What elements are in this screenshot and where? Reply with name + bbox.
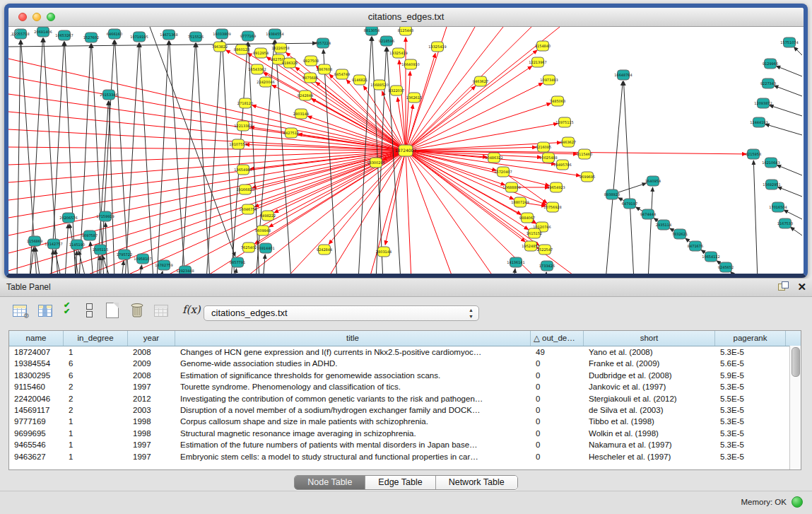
black-edge[interactable] bbox=[65, 224, 68, 274]
graph-node[interactable]: 2718120 bbox=[237, 98, 253, 108]
graph-node[interactable]: 9857791 bbox=[230, 257, 245, 267]
black-edge[interactable] bbox=[64, 42, 76, 274]
clear-selection-icon[interactable] bbox=[86, 303, 93, 319]
red-edge[interactable] bbox=[406, 151, 411, 274]
black-edge[interactable] bbox=[794, 47, 802, 55]
graph-node[interactable]: 8813054 bbox=[364, 27, 379, 35]
table-row[interactable]: 946554611997Estimation of the future num… bbox=[9, 439, 801, 450]
graph-node[interactable]: 9218596 bbox=[379, 36, 394, 46]
column-header-pagerank[interactable]: pagerank bbox=[715, 331, 786, 346]
graph-node[interactable]: 16914401 bbox=[257, 243, 274, 253]
black-edge[interactable] bbox=[44, 38, 58, 274]
black-edge[interactable] bbox=[776, 66, 802, 76]
table-row[interactable]: 1456911722003Disruption of a novel membe… bbox=[9, 404, 801, 416]
black-edge[interactable] bbox=[790, 227, 802, 235]
red-edge[interactable] bbox=[406, 151, 555, 164]
graph-node[interactable]: 5609948 bbox=[255, 226, 271, 235]
graph-node[interactable]: 10486322 bbox=[485, 153, 502, 163]
graph-node[interactable]: 1154840 bbox=[535, 41, 551, 51]
red-edge[interactable] bbox=[406, 27, 503, 151]
graph-node[interactable]: 8938923 bbox=[604, 189, 620, 199]
red-edge[interactable] bbox=[406, 50, 537, 151]
graph-node[interactable]: 9699695 bbox=[579, 172, 595, 182]
black-edge[interactable] bbox=[170, 41, 185, 274]
graph-node[interactable]: 16033809 bbox=[213, 29, 230, 39]
black-edge[interactable] bbox=[514, 269, 515, 274]
graph-node[interactable]: 12142757 bbox=[45, 239, 62, 249]
graph-node[interactable]: 19495786 bbox=[553, 160, 571, 170]
graph-node[interactable]: 1733426 bbox=[539, 261, 555, 271]
column-header-outde[interactable]: △ out_de… bbox=[531, 331, 584, 346]
vertical-scrollbar[interactable] bbox=[789, 346, 801, 470]
network-view-window[interactable]: citations_edges.txt 18724007796382288601… bbox=[4, 4, 808, 278]
graph-node[interactable]: 19384554 bbox=[266, 29, 283, 39]
function-builder-icon[interactable]: f(x) bbox=[182, 303, 201, 316]
red-edge[interactable] bbox=[30, 151, 406, 274]
graph-node[interactable]: 2803144 bbox=[293, 109, 309, 119]
black-edge[interactable] bbox=[140, 43, 153, 274]
black-edge[interactable] bbox=[160, 271, 163, 274]
graph-node[interactable]: 12923448 bbox=[176, 266, 194, 274]
graph-node[interactable]: 9777169 bbox=[240, 31, 256, 41]
graph-node[interactable]: 9129966 bbox=[763, 59, 778, 69]
graph-node[interactable]: 7963822 bbox=[212, 42, 228, 52]
graph-node[interactable]: 16210643 bbox=[762, 158, 779, 168]
graph-node[interactable]: 8471676 bbox=[688, 241, 703, 251]
black-edge[interactable] bbox=[324, 49, 337, 274]
new-column-icon[interactable] bbox=[106, 303, 119, 318]
tab-network-table[interactable]: Network Table bbox=[436, 476, 517, 489]
graph-node[interactable]: 14671368 bbox=[160, 30, 177, 40]
graph-node[interactable]: 15688520 bbox=[370, 80, 388, 90]
graph-node[interactable]: 8860123 bbox=[234, 45, 249, 54]
black-edge[interactable] bbox=[235, 269, 237, 274]
black-edge[interactable] bbox=[623, 81, 634, 274]
graph-node[interactable]: 15751074 bbox=[780, 37, 798, 47]
float-window-icon[interactable] bbox=[778, 281, 789, 292]
graph-node[interactable]: 8912954 bbox=[253, 48, 269, 58]
zoom-window-button[interactable] bbox=[47, 13, 55, 21]
graph-node[interactable]: 10025488 bbox=[539, 153, 557, 163]
graph-node[interactable]: 9242844 bbox=[298, 90, 313, 100]
black-edge[interactable] bbox=[8, 43, 317, 47]
graph-node[interactable]: 2935114 bbox=[656, 220, 671, 230]
black-edge[interactable] bbox=[753, 160, 758, 274]
black-edge[interactable] bbox=[546, 272, 546, 274]
black-edge[interactable] bbox=[777, 187, 802, 197]
graph-node[interactable]: 9463627 bbox=[473, 76, 488, 86]
scrollbar-thumb[interactable] bbox=[792, 347, 800, 377]
column-header-title[interactable]: title bbox=[175, 331, 531, 346]
red-edge[interactable] bbox=[406, 147, 536, 151]
black-edge[interactable] bbox=[231, 42, 247, 274]
graph-node[interactable]: 12093872 bbox=[754, 98, 772, 108]
graph-node[interactable]: 1615152 bbox=[526, 228, 542, 238]
black-edge[interactable] bbox=[100, 40, 114, 274]
black-edge[interactable] bbox=[90, 242, 93, 274]
graph-node[interactable]: 8454749 bbox=[334, 69, 350, 79]
black-edge[interactable] bbox=[765, 124, 802, 135]
table-row[interactable]: 2242004622012Investigating the contribut… bbox=[9, 393, 801, 404]
red-edge[interactable] bbox=[406, 151, 539, 274]
attribute-table[interactable]: namein_degreeyeartitle△ out_de…shortpage… bbox=[8, 330, 801, 470]
red-edge[interactable] bbox=[8, 151, 406, 182]
graph-node[interactable]: 19654923 bbox=[547, 182, 565, 192]
graph-node[interactable]: 8186328 bbox=[282, 58, 298, 68]
black-edge[interactable] bbox=[150, 27, 235, 257]
graph-node[interactable]: 1527602 bbox=[83, 33, 99, 42]
graph-node[interactable]: 10654112 bbox=[702, 252, 719, 262]
red-edge[interactable] bbox=[274, 151, 406, 213]
graph-node[interactable]: 12975115 bbox=[555, 117, 573, 127]
graph-node[interactable]: 16046756 bbox=[239, 204, 257, 214]
table-panel-header[interactable]: Table Panel ✕ bbox=[0, 279, 812, 297]
graph-node[interactable]: 9146821 bbox=[352, 75, 367, 85]
network-canvas[interactable]: 1872400779638228860123891295418226058982… bbox=[8, 27, 804, 274]
black-edge[interactable] bbox=[770, 105, 802, 116]
window-titlebar[interactable]: citations_edges.txt bbox=[8, 8, 804, 27]
graph-node[interactable]: 10688809 bbox=[502, 182, 520, 192]
graph-node[interactable]: 9097587 bbox=[82, 230, 98, 240]
table-row[interactable]: 1830029562008Estimation of significance … bbox=[9, 370, 801, 381]
black-edge[interactable] bbox=[784, 210, 802, 219]
graph-node[interactable]: 2522547 bbox=[537, 245, 553, 255]
graph-node[interactable]: 20691406 bbox=[34, 27, 52, 37]
column-header-short[interactable]: short bbox=[584, 331, 715, 346]
graph-node[interactable]: 2803144 bbox=[376, 247, 392, 257]
